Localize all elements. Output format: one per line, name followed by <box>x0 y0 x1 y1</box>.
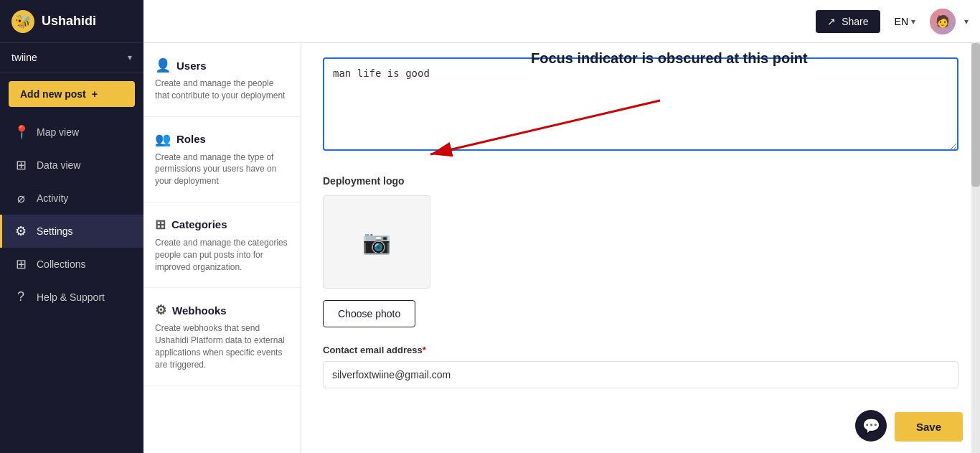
sidebar-item-label: Settings <box>37 225 73 237</box>
sidebar-item-map-view[interactable]: 📍 Map view <box>0 116 143 149</box>
data-view-icon: ⊞ <box>14 157 28 173</box>
avatar-image: 🧑 <box>930 9 956 34</box>
categories-icon: ⊞ <box>155 217 166 233</box>
app-logo-icon: 🐝 <box>11 10 34 33</box>
sidebar-item-label: Data view <box>37 159 80 171</box>
logo-emoji: 🐝 <box>15 14 31 29</box>
menu-item-webhooks-label: Webhooks <box>172 304 227 317</box>
sidebar-item-label: Help & Support <box>37 291 105 303</box>
settings-icon: ⚙ <box>14 223 28 239</box>
contact-email-label: Contact email address* <box>323 345 958 355</box>
language-chevron-icon: ▾ <box>911 17 915 27</box>
contact-email-section: Contact email address* <box>323 345 958 388</box>
share-label: Share <box>842 16 868 27</box>
camera-icon: 📷 <box>362 228 391 256</box>
contact-email-input[interactable] <box>323 361 958 388</box>
chat-support-bubble[interactable]: 💬 <box>855 410 887 442</box>
deployment-logo-section: Deployment logo 📷 Choose photo <box>323 175 958 345</box>
sidebar-item-label: Map view <box>37 126 79 138</box>
sidebar-nav: 📍 Map view ⊞ Data view ⌀ Activity ⚙ Sett… <box>0 116 143 453</box>
sidebar-item-settings[interactable]: ⚙ Settings <box>0 215 143 248</box>
sidebar-item-help[interactable]: ? Help & Support <box>0 281 143 313</box>
sidebar-item-label: Activity <box>37 192 68 204</box>
webhooks-icon: ⚙ <box>155 302 166 318</box>
deployment-logo-label: Deployment logo <box>323 175 958 187</box>
description-textarea[interactable]: man life is good <box>323 57 958 151</box>
add-new-post-button[interactable]: Add new post + <box>9 81 135 107</box>
menu-item-users-label: Users <box>176 60 207 72</box>
menu-item-webhooks-desc: Create webhooks that send Ushahidi Platf… <box>155 322 289 370</box>
share-icon: ↗ <box>827 16 836 27</box>
language-selector[interactable]: EN ▾ <box>889 11 921 32</box>
menu-item-users-desc: Create and manage the people that contri… <box>155 78 289 102</box>
activity-icon: ⌀ <box>14 190 28 206</box>
avatar-chevron-icon[interactable]: ▾ <box>964 17 969 27</box>
menu-item-roles-title: 👥 Roles <box>155 131 289 147</box>
users-icon: 👤 <box>155 57 171 73</box>
sidebar-logo: 🐝 Ushahidi <box>0 0 143 43</box>
workspace-chevron-icon: ▾ <box>128 52 132 62</box>
sidebar: twiine ▾ Add new post + 📍 Map view ⊞ Dat… <box>0 0 143 453</box>
sidebar-item-data-view[interactable]: ⊞ Data view <box>0 149 143 182</box>
add-post-plus-icon: + <box>92 88 98 100</box>
share-button[interactable]: ↗ Share <box>816 10 880 33</box>
save-button[interactable]: Save <box>895 412 963 442</box>
menu-item-webhooks-title: ⚙ Webhooks <box>155 302 289 318</box>
menu-item-roles-label: Roles <box>176 133 206 145</box>
menu-item-categories-title: ⊞ Categories <box>155 217 289 233</box>
menu-item-roles-desc: Create and manage the type of permission… <box>155 151 289 187</box>
user-avatar[interactable]: 🧑 <box>930 9 956 34</box>
menu-item-users-title: 👤 Users <box>155 57 289 73</box>
menu-item-roles[interactable]: 👥 Roles Create and manage the type of pe… <box>143 117 301 202</box>
help-icon: ? <box>14 289 28 304</box>
collections-icon: ⊞ <box>14 256 28 272</box>
sidebar-item-label: Collections <box>37 258 85 270</box>
required-marker: * <box>423 345 426 355</box>
roles-icon: 👥 <box>155 131 171 147</box>
scrollbar-track[interactable] <box>971 43 980 453</box>
topbar: ↗ Share EN ▾ 🧑 ▾ <box>0 0 980 43</box>
menu-item-categories-desc: Create and manage the categories people … <box>155 237 289 273</box>
logo-upload-box[interactable]: 📷 <box>323 195 430 289</box>
scrollbar-thumb[interactable] <box>971 43 980 187</box>
menu-item-webhooks[interactable]: ⚙ Webhooks Create webhooks that send Ush… <box>143 288 301 386</box>
map-view-icon: 📍 <box>14 124 28 140</box>
workspace-selector[interactable]: twiine ▾ <box>0 43 143 73</box>
workspace-name: twiine <box>11 52 37 63</box>
chat-icon: 💬 <box>862 417 880 434</box>
add-post-label: Add new post <box>20 88 86 100</box>
menu-item-users[interactable]: 👤 Users Create and manage the people tha… <box>143 43 301 117</box>
sidebar-item-activity[interactable]: ⌀ Activity <box>0 182 143 215</box>
menu-item-categories-label: Categories <box>171 218 227 230</box>
app-name: Ushahidi <box>42 14 96 29</box>
settings-dropdown-panel: 👤 Users Create and manage the people tha… <box>143 43 301 453</box>
sidebar-item-collections[interactable]: ⊞ Collections <box>0 248 143 281</box>
language-label: EN <box>895 16 908 27</box>
main-content: man life is good Focus indicator is obsc… <box>301 43 980 453</box>
choose-photo-button[interactable]: Choose photo <box>323 300 415 327</box>
menu-item-categories[interactable]: ⊞ Categories Create and manage the categ… <box>143 202 301 288</box>
focus-indicator-annotation: Focus indicator is obscured at this poin… <box>531 50 808 67</box>
